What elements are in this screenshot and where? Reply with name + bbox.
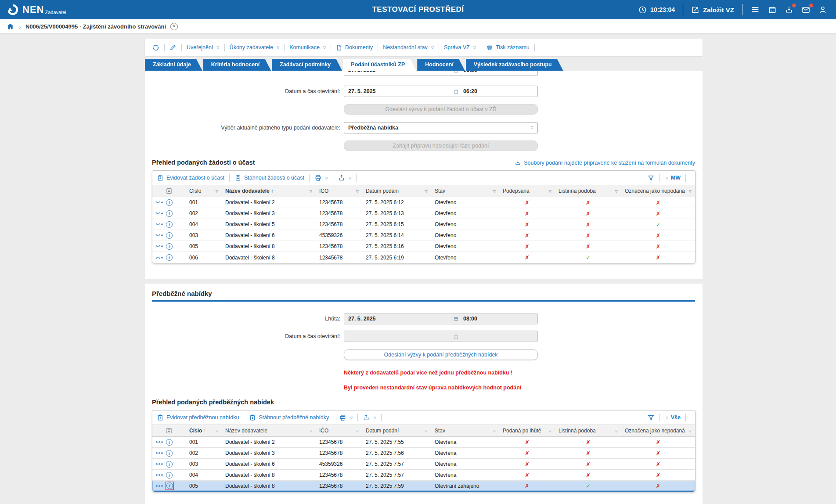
tab[interactable]: Kritéria hodnocení [203,59,271,71]
row-menu-icon[interactable] [156,485,163,487]
header-oznacena-jako-nepodana[interactable]: Označena jako nepodaná▽ [621,185,695,197]
info-icon[interactable]: i [166,221,173,228]
row-menu-icon[interactable] [156,441,163,443]
date-value[interactable]: 27. 5. 2025 [348,316,453,322]
filter-arrow-icon[interactable]: ▽ [310,189,312,193]
table-row[interactable]: i 001 Dodavatel - školení 2 12345678 27.… [152,197,695,208]
filter-arrow-icon[interactable]: ▽ [549,429,551,433]
table-row[interactable]: i 002 Dodavatel - školení 3 12345678 27.… [152,208,695,219]
header-datum-podani[interactable]: Datum podání▽ [362,185,431,197]
filter-arrow-icon[interactable]: ▽ [689,429,692,433]
main-menu-button[interactable] [750,5,760,14]
user-profile-button[interactable] [818,5,827,14]
view-selector[interactable]: Vše [671,414,681,421]
time-value[interactable]: 06:20 [459,71,533,73]
menu-sprava-vz[interactable]: Správa VZ▽ [444,44,476,50]
edit-record-button[interactable] [169,44,177,51]
export-table-button[interactable]: ▽ [338,174,351,181]
row-menu-icon[interactable] [156,202,163,203]
header-nazev-dodavatele[interactable]: Název dodavatele▽ [222,425,316,436]
info-icon[interactable]: i [166,450,173,457]
table-row[interactable]: i 003 Dodavatel - školení 6 45359326 27.… [152,230,695,241]
history-button[interactable] [152,44,159,51]
filter-arrow-icon[interactable]: ▽ [615,189,618,193]
register-request-button[interactable]: Evidovat žádost o účast [157,174,224,181]
header-nazev-dodavatele[interactable]: Název dodavatele↑▽ [222,185,316,197]
header-ico[interactable]: IČO▽ [316,425,362,436]
filter-button[interactable] [647,414,655,421]
table-row[interactable]: i 006 Dodavatel - školení 8 12345678 27.… [152,252,695,263]
info-icon[interactable]: i [166,482,173,489]
filter-arrow-icon[interactable]: ▽ [425,189,428,193]
downloads-button[interactable] [785,5,793,14]
date-value[interactable]: 27. 5. 2025 [348,88,453,94]
row-menu-icon[interactable] [156,245,163,247]
table-row[interactable]: i 004 Dodavatel - školení 8 12345678 27.… [152,470,695,481]
info-icon[interactable]: i [166,461,173,468]
header-datum-podani[interactable]: Datum podání▽ [362,425,431,436]
time-value[interactable]: 08:00 [459,316,533,322]
header-podana-po-lhute[interactable]: Podaná po lhůtě▽ [499,425,555,436]
table-row[interactable]: i 002 Dodavatel - školení 3 12345678 27.… [152,448,695,459]
open-datetime-field[interactable]: 27. 5. 2025 06:20 [344,86,538,97]
filter-arrow-icon[interactable]: ▽ [493,189,496,193]
table-row[interactable]: i 005 Dodavatel - školení 8 12345678 27.… [152,481,695,492]
filter-arrow-icon[interactable]: ▽ [493,429,496,433]
create-vz-button[interactable]: Založit VZ [691,6,734,14]
view-selector[interactable]: MW [671,175,681,181]
header-cislo[interactable]: Číslo↑▽ [186,425,222,436]
filter-arrow-icon[interactable]: ▽ [425,429,428,433]
filter-arrow-icon[interactable]: ▽ [549,189,551,193]
calendar-icon[interactable] [453,89,459,94]
table-row[interactable]: i 005 Dodavatel - školení 8 12345678 27.… [152,241,695,252]
header-podepsana[interactable]: Podepsána▽ [499,185,555,197]
column-chooser[interactable] [152,185,186,197]
tab[interactable]: Výsledek zadávacího postupu [466,59,563,71]
tab[interactable]: Podání účastníků ZP [343,59,416,71]
view-dropdown-arrow-icon[interactable]: ▽ [666,416,668,420]
row-menu-icon[interactable] [156,234,163,236]
header-listinna-podoba[interactable]: Listinná podoba▽ [555,425,621,436]
menu-dokumenty[interactable]: Dokumenty [336,44,373,51]
filter-arrow-icon[interactable]: ▽ [615,429,618,433]
info-icon[interactable]: i [166,199,173,206]
row-menu-icon[interactable] [156,212,163,214]
info-icon[interactable]: i [166,439,173,446]
calendar-icon[interactable] [453,71,459,73]
view-dropdown-arrow-icon[interactable]: ▽ [666,176,668,180]
menu-tisk-zaznamu[interactable]: Tisk záznamu [486,44,530,51]
nen-brand[interactable]: NEN Zadavatel [6,3,66,16]
date-value[interactable]: 27. 5. 2025 [348,71,453,73]
tab[interactable]: Základní údaje [145,59,202,71]
submission-type-select[interactable]: Předběžná nabídka ▽ [344,122,538,133]
tab[interactable]: Hodnocení [417,59,465,71]
export-table-button[interactable]: ▽ [363,414,376,421]
filter-arrow-icon[interactable]: ▽ [216,189,218,193]
print-table-button[interactable]: ▽ [339,414,353,421]
info-icon[interactable]: i [166,472,173,479]
menu-nestandardni-stav[interactable]: Nestandardní stav▽ [383,44,434,50]
table-row[interactable]: i 004 Dodavatel - školení 5 12345678 27.… [152,219,695,230]
header-oznacena-jako-nepodana[interactable]: Označena jako nepodaná▽ [621,425,695,436]
table-row[interactable]: i 001 Dodavatel - školení 2 12345678 27.… [152,437,695,448]
column-chooser[interactable] [152,425,186,436]
breadcrumb-item[interactable]: N006/25/V00004995 - Zajištění závodního … [25,23,166,30]
info-icon[interactable]: i [166,243,173,250]
clipped-datetime-field[interactable]: 27. 5. 2025 06:20 [344,71,538,76]
download-requests-button[interactable]: Stáhnout žádosti o účast [234,174,304,181]
menu-uverejneni[interactable]: Uveřejnění▽ [187,44,220,50]
header-stav[interactable]: Stav▽ [431,185,499,197]
header-ico[interactable]: IČO▽ [316,185,362,197]
filter-arrow-icon[interactable]: ▽ [216,429,218,433]
table-row[interactable]: i 003 Dodavatel - školení 6 45359326 27.… [152,459,695,470]
row-menu-icon[interactable] [156,257,163,259]
messages-button[interactable] [801,5,811,14]
menu-komunikace[interactable]: Komunikace▽ [289,44,326,50]
download-offers-button[interactable]: Stáhnout předběžné nabídky [249,414,329,421]
filter-arrow-icon[interactable]: ▽ [356,189,359,193]
print-table-button[interactable]: ▽ [314,174,328,182]
row-menu-icon[interactable] [156,452,163,454]
header-cislo[interactable]: Číslo▽ [186,185,222,197]
time-value[interactable]: 06:20 [459,88,533,94]
header-stav[interactable]: Stav▽ [431,425,499,436]
